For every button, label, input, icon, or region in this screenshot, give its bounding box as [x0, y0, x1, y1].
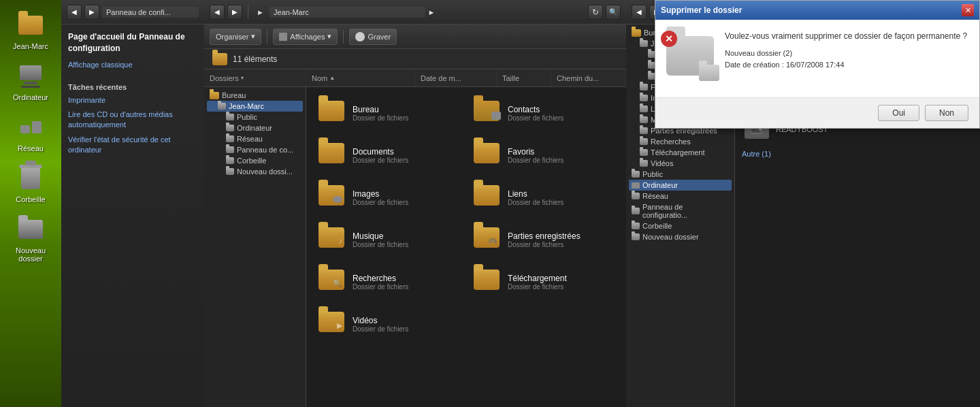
file-item-contacts[interactable]: Contacts Dossier de fichiers [467, 93, 621, 133]
col-date[interactable]: Date de m... [415, 69, 497, 86]
non-button[interactable]: Non [925, 105, 968, 121]
tree-item-nouveau[interactable]: Nouveau dossi... [207, 166, 303, 177]
file-item-musique[interactable]: ♪ Musique Dossier de fichiers [312, 219, 466, 260]
tree-folder-sm-icon [218, 103, 226, 110]
dialog-close-btn[interactable]: ✕ [962, 4, 974, 16]
network-icon [16, 113, 45, 142]
left-tasks-label: Tâches récentes [68, 83, 197, 91]
tree-item-jean-marc[interactable]: Jean-Marc [207, 101, 303, 112]
dialog-folder-icon-small [699, 65, 719, 81]
dialog-footer: Oui Non [655, 97, 979, 128]
file-item-images[interactable]: Images Dossier de fichiers [312, 177, 466, 218]
graver-btn[interactable]: Graver [349, 29, 397, 45]
file-folder-icon-contacts [474, 101, 501, 125]
organiser-btn[interactable]: Organiser ▾ [210, 29, 261, 45]
tree-folder-sm-icon-7 [226, 168, 234, 175]
left-back-btn[interactable]: ◀ [67, 5, 82, 20]
file-folder-icon-telechargement [474, 270, 501, 294]
autre-link[interactable]: Autre (1) [742, 150, 973, 158]
col-taille[interactable]: Taille [497, 69, 551, 86]
left-forward-btn[interactable]: ▶ [84, 5, 99, 20]
oui-button[interactable]: Oui [878, 105, 919, 121]
right-tree-panneau[interactable]: Panneau de configuratio... [629, 201, 732, 221]
tree-item-bureau[interactable]: Bureau [207, 90, 303, 101]
dialog-titlebar: Supprimer le dossier ✕ [655, 1, 979, 20]
file-item-bureau[interactable]: Bureau Dossier de fichiers [312, 93, 466, 133]
right-tree-folder-icon [632, 29, 641, 37]
taskbar-item-reseau[interactable]: Réseau [3, 109, 58, 157]
dialog-body: ✕ Voulez-vous vraiment supprimer ce doss… [655, 20, 979, 97]
file-folder-icon-images [318, 185, 346, 210]
col-nom[interactable]: Nom ▲ [306, 69, 415, 86]
taskbar-item-nouveau-dossier[interactable]: Nouveau dossier [3, 211, 58, 267]
tree-folder-sm-icon-2 [226, 114, 234, 120]
tree-item-corbeille[interactable]: Corbeille [207, 155, 303, 166]
file-folder-icon-videos: ▶ [318, 312, 346, 336]
left-task-lire-cd[interactable]: Lire des CD ou d'autres médias automatiq… [68, 110, 197, 131]
col-dossiers[interactable]: Dossiers ▾ [204, 69, 306, 86]
file-info-parties: Parties enregistrées Dossier de fichiers [508, 231, 614, 248]
center-search-btn[interactable]: 🔍 [606, 5, 621, 20]
dialog-question: Voulez-vous vraiment supprimer ce dossie… [725, 31, 968, 42]
affichages-icon [279, 33, 287, 41]
organiser-arrow: ▾ [251, 32, 255, 41]
file-info-videos: Vidéos Dossier de fichiers [353, 316, 459, 333]
file-folder-icon-musique: ♪ [318, 227, 346, 252]
delete-dialog: Supprimer le dossier ✕ ✕ Voulez-vous vra… [655, 0, 980, 129]
file-item-favoris[interactable]: Favoris Dossier de fichiers [467, 135, 621, 176]
right-tree-ordinateur[interactable]: Ordinateur [629, 180, 732, 191]
right-tree-public[interactable]: Public [629, 169, 732, 180]
affichages-label: Affichages [290, 33, 325, 41]
affichages-arrow: ▾ [327, 32, 331, 41]
center-refresh-btn[interactable]: ↻ [588, 5, 603, 20]
left-task-verifier[interactable]: Vérifier l'état de sécurité de cet ordin… [68, 135, 197, 156]
center-back-btn[interactable]: ◀ [210, 5, 225, 20]
file-item-liens[interactable]: Liens Dossier de fichiers [467, 177, 621, 218]
count-folder-icon [212, 53, 227, 65]
right-back-btn[interactable]: ◀ [632, 5, 647, 20]
right-tree-reseau[interactable]: Réseau [629, 191, 732, 201]
file-item-parties[interactable]: 🎮 Parties enregistrées Dossier de fichie… [467, 219, 621, 260]
right-tree-corbeille[interactable]: Corbeille [629, 221, 732, 231]
file-folder-icon-parties: 🎮 [474, 227, 501, 252]
left-tasks-section: Tâches récentes Imprimante Lire des CD o… [68, 83, 197, 156]
tree-panel: Bureau Jean-Marc Public Ordinateur Résea… [204, 87, 306, 407]
file-item-documents[interactable]: Documents Dossier de fichiers [312, 135, 466, 176]
tree-item-panneau[interactable]: Panneau de co... [207, 144, 303, 155]
count-label: 11 éléments [233, 54, 277, 64]
dialog-icon-container: ✕ [666, 36, 714, 76]
file-item-recherches[interactable]: 🔍 Recherches Dossier de fichiers [312, 261, 466, 302]
file-item-telechargement[interactable]: Téléchargement Dossier de fichiers [467, 261, 621, 302]
center-forward-btn[interactable]: ▶ [227, 5, 242, 20]
taskbar-item-corbeille[interactable]: Corbeille [3, 160, 58, 208]
file-item-videos[interactable]: ▶ Vidéos Dossier de fichiers [312, 304, 466, 344]
tree-folder-icon [210, 92, 219, 99]
left-task-imprimante[interactable]: Imprimante [68, 95, 197, 105]
col-chemin[interactable]: Chemin du... [551, 69, 626, 86]
left-section-title: Page d'accueil du Panneau de configurati… [68, 31, 197, 54]
taskbar-item-ordinateur[interactable]: Ordinateur [3, 58, 58, 105]
affichages-btn[interactable]: Affichages ▾ [273, 29, 338, 45]
left-classic-link[interactable]: Affichage classique [68, 60, 197, 69]
right-tree-telechargement[interactable]: Téléchargement [629, 147, 732, 158]
right-tree-nouveau[interactable]: Nouveau dossier [629, 231, 732, 242]
tree-item-ordinateur[interactable]: Ordinateur [207, 123, 303, 133]
tree-folder-sm-icon-4 [226, 135, 234, 142]
taskbar-reseau-label: Réseau [18, 144, 44, 152]
folder-gray-icon [16, 215, 45, 244]
tree-item-public[interactable]: Public [207, 112, 303, 123]
file-info-images: Images Dossier de fichiers [353, 189, 459, 206]
center-address-bar: ◀ ▶ ► Jean-Marc ► ↻ 🔍 [204, 0, 626, 25]
taskbar-item-jean-marc[interactable]: Jean-Marc [3, 7, 58, 54]
toolbar-sep-1 [267, 30, 267, 44]
file-list-container: Bureau Jean-Marc Public Ordinateur Résea… [204, 87, 626, 407]
tree-item-reseau[interactable]: Réseau [207, 133, 303, 144]
dialog-title: Supprimer le dossier [661, 5, 742, 15]
dialog-content: ✕ Voulez-vous vraiment supprimer ce doss… [666, 31, 968, 76]
file-folder-icon-liens [474, 185, 501, 210]
tree-folder-sm-icon-5 [226, 146, 234, 153]
file-header: Dossiers ▾ Nom ▲ Date de m... Taille Che… [204, 69, 626, 87]
right-tree-recherches[interactable]: Recherches [629, 136, 732, 147]
right-tree-computer-icon [632, 182, 640, 189]
right-tree-videos[interactable]: Vidéos [629, 158, 732, 169]
